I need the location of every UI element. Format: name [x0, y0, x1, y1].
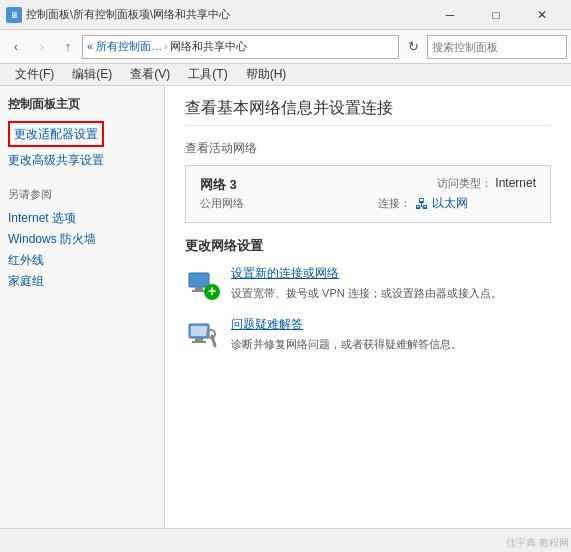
status-bar	[0, 528, 571, 552]
title-bar: 🖥 控制面板\所有控制面板项\网络和共享中心 ─ □ ✕	[0, 0, 571, 30]
address-bar: ‹ › ↑ « 所有控制面… › 网络和共享中心 ↻ 🔍	[0, 30, 571, 64]
change-section-title: 更改网络设置	[185, 237, 551, 255]
minimize-button[interactable]: ─	[427, 0, 473, 30]
main-area: 控制面板主页 更改适配器设置 更改高级共享设置 另请参阅 Internet 选项…	[0, 86, 571, 528]
close-button[interactable]: ✕	[519, 0, 565, 30]
menu-file[interactable]: 文件(F)	[8, 63, 61, 86]
troubleshoot-link[interactable]: 问题疑难解答	[231, 316, 551, 333]
sidebar-link-internet[interactable]: Internet 选项	[8, 208, 156, 229]
svg-rect-6	[191, 326, 207, 336]
menu-bar: 文件(F) 编辑(E) 查看(V) 工具(T) 帮助(H)	[0, 64, 571, 86]
forward-button[interactable]: ›	[30, 35, 54, 59]
network-card-row: 网络 3 公用网络 访问类型： Internet 连接： 🖧 以太网	[200, 176, 536, 212]
connection-row: 连接： 🖧 以太网	[378, 195, 536, 212]
troubleshoot-desc: 诊断并修复网络问题，或者获得疑难解答信息。	[231, 338, 462, 350]
sidebar-title: 控制面板主页	[8, 96, 156, 113]
sidebar-link-sharing[interactable]: 更改高级共享设置	[8, 149, 156, 171]
ethernet-icon: 🖧	[415, 196, 429, 212]
window-icon: 🖥	[6, 7, 22, 23]
setup-new-connection-link[interactable]: 设置新的连接或网络	[231, 265, 551, 282]
troubleshoot-icon	[185, 316, 221, 352]
setup-new-connection-desc: 设置宽带、拨号或 VPN 连接；或设置路由器或接入点。	[231, 287, 502, 299]
menu-help[interactable]: 帮助(H)	[239, 63, 294, 86]
breadcrumb-part2: 网络和共享中心	[170, 39, 247, 54]
change-item-setup: + 设置新的连接或网络 设置宽带、拨号或 VPN 连接；或设置路由器或接入点。	[185, 265, 551, 302]
page-title: 查看基本网络信息并设置连接	[185, 98, 551, 126]
breadcrumb: « 所有控制面… › 网络和共享中心	[82, 35, 399, 59]
menu-tools[interactable]: 工具(T)	[181, 63, 234, 86]
watermark: 佳宇典 教程网	[506, 536, 569, 550]
network-add-icon: +	[185, 265, 221, 301]
refresh-button[interactable]: ↻	[401, 35, 425, 59]
connection-link[interactable]: 🖧 以太网	[415, 195, 468, 212]
breadcrumb-separator: ›	[164, 41, 167, 52]
change-section: 更改网络设置 + 设置新的连接或网络 设置宽带、拨号	[185, 237, 551, 352]
up-button[interactable]: ↑	[56, 35, 80, 59]
menu-view[interactable]: 查看(V)	[123, 63, 177, 86]
title-bar-buttons: ─ □ ✕	[427, 0, 565, 30]
sidebar-link-infrared[interactable]: 红外线	[8, 250, 156, 271]
sidebar-another-section: 另请参阅 Internet 选项 Windows 防火墙 红外线 家庭组	[8, 187, 156, 292]
search-box: 🔍	[427, 35, 567, 59]
back-button[interactable]: ‹	[4, 35, 28, 59]
svg-rect-0	[189, 273, 209, 287]
connection-label: 连接：	[378, 196, 411, 211]
title-bar-text: 控制面板\所有控制面板项\网络和共享中心	[26, 7, 427, 22]
content-area: 查看基本网络信息并设置连接 查看活动网络 网络 3 公用网络 访问类型： Int…	[165, 86, 571, 528]
active-network-label: 查看活动网络	[185, 140, 551, 157]
svg-rect-8	[192, 341, 206, 343]
access-value: Internet	[495, 176, 536, 190]
svg-rect-1	[195, 287, 203, 290]
access-label: 访问类型：	[437, 177, 492, 189]
network-access: 访问类型： Internet 连接： 🖧 以太网	[378, 176, 536, 212]
network-info: 网络 3 公用网络	[200, 176, 358, 211]
sidebar-link-firewall[interactable]: Windows 防火墙	[8, 229, 156, 250]
change-item-troubleshoot-text: 问题疑难解答 诊断并修复网络问题，或者获得疑难解答信息。	[231, 316, 551, 353]
maximize-button[interactable]: □	[473, 0, 519, 30]
network-card: 网络 3 公用网络 访问类型： Internet 连接： 🖧 以太网	[185, 165, 551, 223]
network-name: 网络 3	[200, 176, 358, 194]
search-input[interactable]	[432, 41, 570, 53]
sidebar-another-title: 另请参阅	[8, 187, 156, 202]
svg-rect-2	[192, 290, 206, 292]
svg-text:+: +	[208, 283, 216, 299]
sidebar-link-homegroup[interactable]: 家庭组	[8, 271, 156, 292]
network-type: 公用网络	[200, 196, 358, 211]
change-item-setup-text: 设置新的连接或网络 设置宽带、拨号或 VPN 连接；或设置路由器或接入点。	[231, 265, 551, 302]
breadcrumb-part1[interactable]: « 所有控制面…	[87, 39, 162, 54]
access-row: 访问类型： Internet	[378, 176, 536, 191]
change-item-troubleshoot: 问题疑难解答 诊断并修复网络问题，或者获得疑难解答信息。	[185, 316, 551, 353]
sidebar: 控制面板主页 更改适配器设置 更改高级共享设置 另请参阅 Internet 选项…	[0, 86, 165, 528]
connection-link-text: 以太网	[432, 195, 468, 212]
sidebar-link-adapter[interactable]: 更改适配器设置	[8, 121, 104, 147]
svg-rect-7	[195, 338, 203, 341]
menu-edit[interactable]: 编辑(E)	[65, 63, 119, 86]
